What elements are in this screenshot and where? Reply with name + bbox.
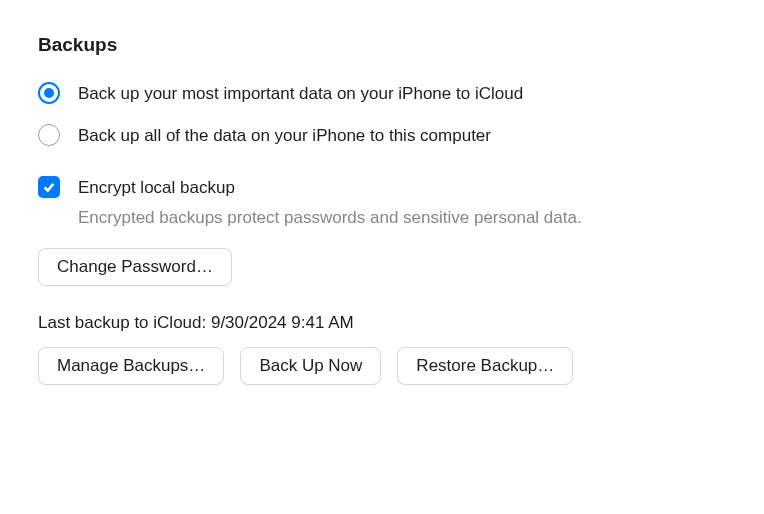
checkbox-encrypt[interactable] xyxy=(38,176,60,198)
radio-icloud[interactable] xyxy=(38,82,60,104)
checkbox-encrypt-label: Encrypt local backup xyxy=(78,176,235,200)
radio-icloud-label: Back up your most important data on your… xyxy=(78,82,523,106)
radio-row-icloud[interactable]: Back up your most important data on your… xyxy=(38,82,726,106)
radio-row-computer[interactable]: Back up all of the data on your iPhone t… xyxy=(38,124,726,148)
action-button-row: Manage Backups… Back Up Now Restore Back… xyxy=(38,347,726,385)
encrypt-description: Encrypted backups protect passwords and … xyxy=(78,205,582,230)
checkmark-icon xyxy=(42,180,56,194)
back-up-now-button[interactable]: Back Up Now xyxy=(240,347,381,385)
manage-backups-button[interactable]: Manage Backups… xyxy=(38,347,224,385)
last-backup-status: Last backup to iCloud: 9/30/2024 9:41 AM xyxy=(38,312,726,335)
restore-backup-button[interactable]: Restore Backup… xyxy=(397,347,573,385)
change-password-button[interactable]: Change Password… xyxy=(38,248,232,286)
checkbox-row-encrypt[interactable]: Encrypt local backup xyxy=(38,176,726,200)
encrypt-description-row: Encrypted backups protect passwords and … xyxy=(78,205,726,230)
radio-computer-label: Back up all of the data on your iPhone t… xyxy=(78,124,491,148)
radio-computer[interactable] xyxy=(38,124,60,146)
section-title-backups: Backups xyxy=(38,32,726,58)
